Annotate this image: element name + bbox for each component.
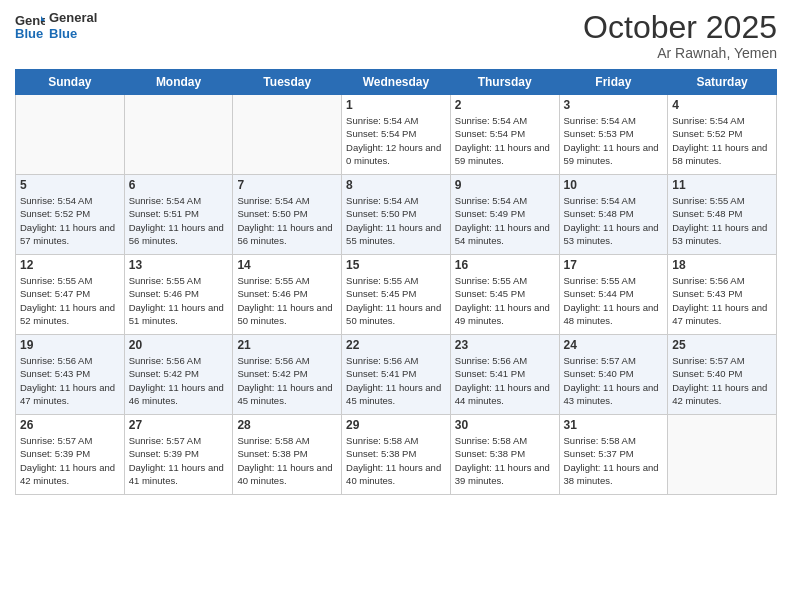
day-number: 6 — [129, 178, 229, 192]
day-number: 19 — [20, 338, 120, 352]
day-cell: 23Sunrise: 5:56 AMSunset: 5:41 PMDayligh… — [450, 335, 559, 415]
day-cell: 8Sunrise: 5:54 AMSunset: 5:50 PMDaylight… — [342, 175, 451, 255]
day-cell: 11Sunrise: 5:55 AMSunset: 5:48 PMDayligh… — [668, 175, 777, 255]
header: General Blue General Blue October 2025 A… — [15, 10, 777, 61]
day-cell — [16, 95, 125, 175]
day-number: 21 — [237, 338, 337, 352]
day-info: Sunrise: 5:54 AMSunset: 5:52 PMDaylight:… — [20, 194, 120, 247]
day-number: 26 — [20, 418, 120, 432]
day-info: Sunrise: 5:54 AMSunset: 5:54 PMDaylight:… — [346, 114, 446, 167]
day-cell: 22Sunrise: 5:56 AMSunset: 5:41 PMDayligh… — [342, 335, 451, 415]
location: Ar Rawnah, Yemen — [583, 45, 777, 61]
day-cell: 21Sunrise: 5:56 AMSunset: 5:42 PMDayligh… — [233, 335, 342, 415]
week-row-2: 5Sunrise: 5:54 AMSunset: 5:52 PMDaylight… — [16, 175, 777, 255]
day-cell: 15Sunrise: 5:55 AMSunset: 5:45 PMDayligh… — [342, 255, 451, 335]
day-number: 22 — [346, 338, 446, 352]
logo: General Blue General Blue — [15, 10, 97, 41]
day-info: Sunrise: 5:58 AMSunset: 5:38 PMDaylight:… — [237, 434, 337, 487]
day-info: Sunrise: 5:58 AMSunset: 5:38 PMDaylight:… — [346, 434, 446, 487]
day-info: Sunrise: 5:55 AMSunset: 5:45 PMDaylight:… — [346, 274, 446, 327]
col-thursday: Thursday — [450, 70, 559, 95]
day-number: 14 — [237, 258, 337, 272]
day-cell: 29Sunrise: 5:58 AMSunset: 5:38 PMDayligh… — [342, 415, 451, 495]
day-cell: 14Sunrise: 5:55 AMSunset: 5:46 PMDayligh… — [233, 255, 342, 335]
day-number: 2 — [455, 98, 555, 112]
day-info: Sunrise: 5:55 AMSunset: 5:45 PMDaylight:… — [455, 274, 555, 327]
day-info: Sunrise: 5:55 AMSunset: 5:46 PMDaylight:… — [129, 274, 229, 327]
day-number: 4 — [672, 98, 772, 112]
day-number: 25 — [672, 338, 772, 352]
day-info: Sunrise: 5:54 AMSunset: 5:48 PMDaylight:… — [564, 194, 664, 247]
day-cell: 16Sunrise: 5:55 AMSunset: 5:45 PMDayligh… — [450, 255, 559, 335]
day-cell: 9Sunrise: 5:54 AMSunset: 5:49 PMDaylight… — [450, 175, 559, 255]
day-info: Sunrise: 5:56 AMSunset: 5:43 PMDaylight:… — [20, 354, 120, 407]
title-block: October 2025 Ar Rawnah, Yemen — [583, 10, 777, 61]
day-info: Sunrise: 5:54 AMSunset: 5:49 PMDaylight:… — [455, 194, 555, 247]
day-number: 29 — [346, 418, 446, 432]
day-info: Sunrise: 5:56 AMSunset: 5:41 PMDaylight:… — [455, 354, 555, 407]
day-number: 3 — [564, 98, 664, 112]
day-number: 13 — [129, 258, 229, 272]
col-monday: Monday — [124, 70, 233, 95]
day-cell: 13Sunrise: 5:55 AMSunset: 5:46 PMDayligh… — [124, 255, 233, 335]
day-cell — [233, 95, 342, 175]
day-cell: 18Sunrise: 5:56 AMSunset: 5:43 PMDayligh… — [668, 255, 777, 335]
month-title: October 2025 — [583, 10, 777, 45]
week-row-5: 26Sunrise: 5:57 AMSunset: 5:39 PMDayligh… — [16, 415, 777, 495]
day-number: 8 — [346, 178, 446, 192]
day-cell: 27Sunrise: 5:57 AMSunset: 5:39 PMDayligh… — [124, 415, 233, 495]
day-info: Sunrise: 5:58 AMSunset: 5:38 PMDaylight:… — [455, 434, 555, 487]
day-info: Sunrise: 5:55 AMSunset: 5:48 PMDaylight:… — [672, 194, 772, 247]
logo-blue: Blue — [49, 26, 97, 42]
day-info: Sunrise: 5:56 AMSunset: 5:42 PMDaylight:… — [129, 354, 229, 407]
day-cell: 26Sunrise: 5:57 AMSunset: 5:39 PMDayligh… — [16, 415, 125, 495]
day-number: 15 — [346, 258, 446, 272]
day-info: Sunrise: 5:54 AMSunset: 5:50 PMDaylight:… — [346, 194, 446, 247]
day-cell: 25Sunrise: 5:57 AMSunset: 5:40 PMDayligh… — [668, 335, 777, 415]
day-info: Sunrise: 5:58 AMSunset: 5:37 PMDaylight:… — [564, 434, 664, 487]
day-number: 7 — [237, 178, 337, 192]
day-cell: 28Sunrise: 5:58 AMSunset: 5:38 PMDayligh… — [233, 415, 342, 495]
day-cell — [668, 415, 777, 495]
day-cell: 17Sunrise: 5:55 AMSunset: 5:44 PMDayligh… — [559, 255, 668, 335]
day-cell — [124, 95, 233, 175]
day-cell: 24Sunrise: 5:57 AMSunset: 5:40 PMDayligh… — [559, 335, 668, 415]
col-wednesday: Wednesday — [342, 70, 451, 95]
day-number: 27 — [129, 418, 229, 432]
day-info: Sunrise: 5:57 AMSunset: 5:39 PMDaylight:… — [20, 434, 120, 487]
day-cell: 19Sunrise: 5:56 AMSunset: 5:43 PMDayligh… — [16, 335, 125, 415]
day-number: 24 — [564, 338, 664, 352]
day-info: Sunrise: 5:56 AMSunset: 5:41 PMDaylight:… — [346, 354, 446, 407]
day-info: Sunrise: 5:56 AMSunset: 5:43 PMDaylight:… — [672, 274, 772, 327]
day-info: Sunrise: 5:54 AMSunset: 5:50 PMDaylight:… — [237, 194, 337, 247]
day-cell: 31Sunrise: 5:58 AMSunset: 5:37 PMDayligh… — [559, 415, 668, 495]
day-info: Sunrise: 5:54 AMSunset: 5:51 PMDaylight:… — [129, 194, 229, 247]
col-sunday: Sunday — [16, 70, 125, 95]
day-cell: 12Sunrise: 5:55 AMSunset: 5:47 PMDayligh… — [16, 255, 125, 335]
day-number: 12 — [20, 258, 120, 272]
logo-icon: General Blue — [15, 11, 45, 41]
day-info: Sunrise: 5:54 AMSunset: 5:54 PMDaylight:… — [455, 114, 555, 167]
day-cell: 10Sunrise: 5:54 AMSunset: 5:48 PMDayligh… — [559, 175, 668, 255]
day-info: Sunrise: 5:55 AMSunset: 5:46 PMDaylight:… — [237, 274, 337, 327]
day-number: 20 — [129, 338, 229, 352]
day-number: 30 — [455, 418, 555, 432]
day-cell: 3Sunrise: 5:54 AMSunset: 5:53 PMDaylight… — [559, 95, 668, 175]
day-number: 28 — [237, 418, 337, 432]
day-info: Sunrise: 5:54 AMSunset: 5:52 PMDaylight:… — [672, 114, 772, 167]
day-number: 1 — [346, 98, 446, 112]
week-row-3: 12Sunrise: 5:55 AMSunset: 5:47 PMDayligh… — [16, 255, 777, 335]
week-row-1: 1Sunrise: 5:54 AMSunset: 5:54 PMDaylight… — [16, 95, 777, 175]
week-row-4: 19Sunrise: 5:56 AMSunset: 5:43 PMDayligh… — [16, 335, 777, 415]
day-cell: 4Sunrise: 5:54 AMSunset: 5:52 PMDaylight… — [668, 95, 777, 175]
day-number: 31 — [564, 418, 664, 432]
day-cell: 1Sunrise: 5:54 AMSunset: 5:54 PMDaylight… — [342, 95, 451, 175]
day-info: Sunrise: 5:56 AMSunset: 5:42 PMDaylight:… — [237, 354, 337, 407]
day-info: Sunrise: 5:57 AMSunset: 5:40 PMDaylight:… — [564, 354, 664, 407]
day-number: 9 — [455, 178, 555, 192]
svg-text:Blue: Blue — [15, 26, 43, 41]
day-number: 10 — [564, 178, 664, 192]
day-cell: 2Sunrise: 5:54 AMSunset: 5:54 PMDaylight… — [450, 95, 559, 175]
day-number: 11 — [672, 178, 772, 192]
col-friday: Friday — [559, 70, 668, 95]
